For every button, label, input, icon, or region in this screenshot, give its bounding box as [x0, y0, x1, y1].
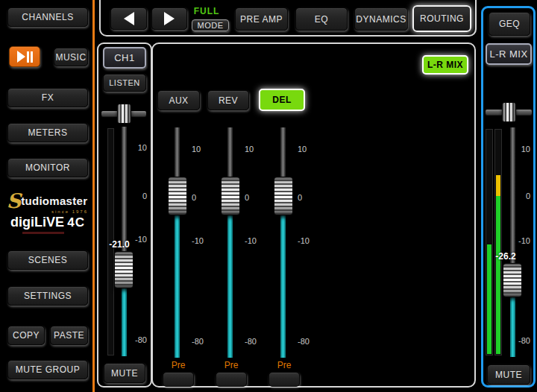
- send3-scale-0: 0: [298, 193, 315, 202]
- send1-scale-minus80: -80: [192, 337, 210, 346]
- send1-fader-knob[interactable]: [168, 177, 187, 215]
- channel-name-label: CH1: [114, 52, 135, 63]
- send1-fader-track-lower[interactable]: [175, 196, 180, 358]
- master-mute-label: MUTE: [495, 370, 522, 380]
- master-name-button[interactable]: L-R MIX: [486, 43, 532, 65]
- channel-scale-10: 10: [131, 143, 147, 152]
- tab-eq-label: EQ: [315, 14, 328, 25]
- settings-label: SETTINGS: [24, 291, 72, 301]
- channel-fader-value: -21.0: [103, 239, 136, 250]
- send2-scale-minus80: -80: [245, 337, 263, 346]
- tab-eq[interactable]: EQ: [295, 7, 348, 31]
- send1-scale-10: 10: [192, 145, 210, 154]
- monitor-label: MONITOR: [25, 162, 70, 173]
- send2-scale-10: 10: [245, 145, 263, 154]
- master-name-label: L-R MIX: [489, 48, 527, 60]
- send3-scale-10: 10: [298, 145, 315, 154]
- next-channel-button[interactable]: [151, 7, 187, 30]
- digilive-model: 4C: [67, 215, 85, 230]
- listen-button[interactable]: LISTEN: [103, 74, 146, 92]
- channel-mute-button[interactable]: MUTE: [104, 363, 145, 383]
- destination-lr-mix-button[interactable]: L-R MIX: [422, 55, 468, 75]
- digilive-logo: digiLiVE 4C: [7, 215, 88, 230]
- sidebar-item-scenes[interactable]: SCENES: [7, 250, 88, 270]
- mixer-screen: CHANNELS MUSIC FX METERS MONITOR Studiom…: [0, 0, 537, 392]
- send3-scale-minus80: -80: [298, 337, 315, 346]
- send2-scale-0: 0: [245, 193, 263, 202]
- listen-label: LISTEN: [109, 78, 140, 87]
- sidebar-item-fx[interactable]: FX: [7, 88, 88, 107]
- channel-strip-panel: CH1 LISTEN 10 0 -10 -80 -21.0 MUTE: [97, 42, 152, 388]
- send2-fader-track-lower[interactable]: [227, 196, 233, 358]
- channel-name-button[interactable]: CH1: [103, 47, 146, 69]
- play-pause-button[interactable]: [9, 46, 40, 67]
- copy-label: COPY: [13, 330, 40, 341]
- channel-pan-knob[interactable]: [117, 104, 131, 124]
- send3-fader-track-lower[interactable]: [280, 196, 286, 358]
- sidebar-item-monitor[interactable]: MONITOR: [7, 158, 88, 177]
- bus-aux-label: AUX: [169, 95, 188, 106]
- bus-del-label: DEL: [272, 95, 292, 105]
- master-meter-right-fill: [496, 196, 500, 354]
- master-mute-button[interactable]: MUTE: [487, 364, 530, 385]
- channel-mute-label: MUTE: [111, 368, 138, 379]
- sidebar-item-settings[interactable]: SETTINGS: [7, 286, 88, 306]
- geq-button[interactable]: GEQ: [489, 12, 530, 36]
- send1-pre-label: Pre: [166, 360, 190, 370]
- master-meter-right-peak: [496, 175, 500, 196]
- master-strip-panel: GEQ L-R MIX 10 0 -10 -80 -26.2 MUTE: [481, 6, 536, 388]
- master-fader-knob[interactable]: [503, 263, 522, 297]
- tab-preamp[interactable]: PRE AMP: [235, 7, 288, 31]
- scenes-label: SCENES: [28, 255, 67, 265]
- copy-button[interactable]: COPY: [7, 326, 45, 345]
- channels-label: CHANNELS: [22, 12, 73, 22]
- prev-channel-button[interactable]: [110, 7, 147, 30]
- paste-button[interactable]: PASTE: [50, 326, 88, 345]
- master-meter-left: [486, 129, 493, 355]
- channel-scale-0: 0: [131, 192, 147, 200]
- mode-state-label: FULL: [186, 6, 227, 16]
- channel-fader-knob[interactable]: [114, 251, 134, 288]
- bus-aux-button[interactable]: AUX: [157, 90, 200, 110]
- channel-scale-minus80: -80: [131, 335, 147, 344]
- digilive-product: digiLiVE: [10, 215, 64, 230]
- send3-fader-knob[interactable]: [274, 177, 293, 215]
- master-pan-knob[interactable]: [502, 102, 516, 122]
- master-scale-minus10: -10: [514, 236, 530, 245]
- bus-rev-label: REV: [219, 95, 238, 106]
- music-label: MUSIC: [55, 52, 86, 63]
- meters-label: METERS: [28, 127, 67, 138]
- left-arrow-icon: [124, 12, 134, 25]
- tab-routing[interactable]: ROUTING: [412, 5, 471, 32]
- studiomaster-tagline: since 1976: [43, 209, 88, 214]
- sidebar-item-music[interactable]: MUSIC: [54, 48, 88, 66]
- bus-rev-button[interactable]: REV: [207, 90, 249, 110]
- send2-fader-knob[interactable]: [221, 177, 240, 215]
- mute-group-button[interactable]: MUTE GROUP: [7, 360, 88, 379]
- destination-lr-mix-label: L-R MIX: [427, 60, 463, 70]
- mode-label: MODE: [198, 21, 224, 30]
- sidebar-divider: [92, 0, 95, 392]
- sidebar-item-meters[interactable]: METERS: [7, 123, 88, 142]
- master-fader-value: -26.2: [489, 251, 522, 262]
- send3-pre-label: Pre: [272, 360, 296, 370]
- master-scale-minus80: -80: [514, 336, 530, 345]
- mute-group-label: MUTE GROUP: [16, 364, 80, 375]
- send2-scale-minus10: -10: [245, 236, 263, 245]
- digilive-subtext-bar: [22, 232, 64, 234]
- send1-value-button[interactable]: [163, 372, 194, 387]
- mode-button[interactable]: MODE: [192, 19, 229, 31]
- send2-value-button[interactable]: [216, 372, 247, 387]
- sidebar-item-channels[interactable]: CHANNELS: [7, 7, 88, 27]
- send1-scale-0: 0: [192, 193, 210, 202]
- send3-value-button[interactable]: [268, 372, 300, 387]
- send1-scale-minus10: -10: [192, 236, 210, 245]
- paste-label: PASTE: [54, 330, 84, 341]
- tab-dynamics-label: DYNAMICS: [356, 14, 406, 25]
- studiomaster-logo-initial: S: [7, 189, 22, 212]
- play-pause-icon: [17, 51, 33, 63]
- master-scale-0: 0: [514, 192, 530, 200]
- tab-dynamics[interactable]: DYNAMICS: [354, 7, 408, 31]
- fx-label: FX: [42, 92, 54, 103]
- bus-del-button[interactable]: DEL: [259, 89, 305, 111]
